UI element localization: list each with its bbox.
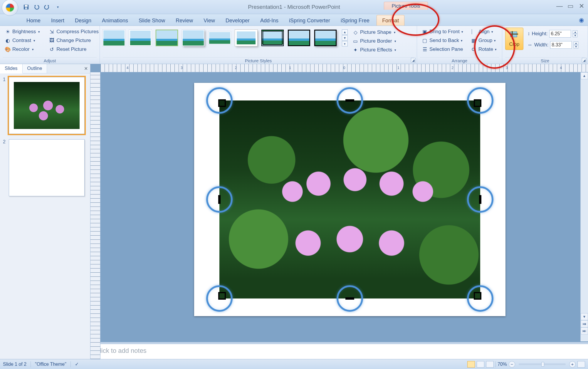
width-label: Width:: [534, 42, 548, 48]
width-spin-down[interactable]: ▼: [574, 45, 578, 48]
picture-style-9[interactable]: [314, 30, 337, 46]
picture-style-7[interactable]: [261, 30, 284, 46]
crop-label: Crop: [509, 42, 520, 47]
picture-shape-button[interactable]: ◇Picture Shape▾: [351, 28, 398, 36]
scroll-up-button[interactable]: ▲: [581, 72, 588, 79]
notes-pane[interactable]: Click to add notes: [90, 344, 588, 359]
crop-handle-top[interactable]: [345, 99, 354, 102]
height-spin-down[interactable]: ▼: [573, 34, 577, 37]
picture-style-2[interactable]: [129, 30, 152, 46]
picture-tools-label: Picture Tools: [384, 2, 428, 10]
horizontal-ruler[interactable]: 432101234: [100, 64, 588, 72]
crop-handle-left[interactable]: [218, 195, 221, 204]
title-bar: ▾ Presentation1 - Microsoft PowerPoint P…: [0, 0, 588, 14]
slide-thumbnail-1[interactable]: [9, 77, 85, 134]
crop-handle-top-right[interactable]: [474, 99, 481, 107]
zoom-percent[interactable]: 70%: [498, 362, 507, 367]
view-slideshow-button[interactable]: [486, 361, 494, 368]
tab-view[interactable]: View: [198, 15, 220, 26]
office-button[interactable]: [2, 0, 18, 16]
reset-picture-button[interactable]: ↺Reset Picture: [47, 45, 100, 53]
redo-button[interactable]: [43, 3, 51, 11]
crop-icon: [509, 31, 519, 41]
change-picture-label: Change Picture: [56, 38, 91, 43]
brightness-button[interactable]: ☀Brightness▾: [3, 28, 42, 36]
crop-button[interactable]: Crop: [505, 28, 523, 50]
recolor-label: Recolor: [12, 46, 30, 52]
close-button[interactable]: ✕: [579, 2, 584, 10]
picture-style-1[interactable]: [103, 30, 125, 46]
panel-tab-outline[interactable]: Outline: [23, 64, 47, 73]
undo-button[interactable]: [33, 3, 41, 11]
contrast-label: Contrast: [12, 38, 31, 43]
view-normal-button[interactable]: [467, 361, 475, 368]
picture-effects-button[interactable]: ✦Picture Effects▾: [351, 46, 398, 54]
selection-pane-button[interactable]: ☰Selection Pane: [420, 45, 465, 53]
size-dialog-launcher[interactable]: ◢: [582, 58, 587, 63]
help-button[interactable]: ◉: [579, 16, 584, 24]
picture-style-4[interactable]: [182, 30, 204, 46]
vertical-scrollbar[interactable]: ▲ ▼ ⏮ ⏭: [580, 72, 588, 341]
send-back-icon: ▢: [422, 38, 428, 43]
send-to-back-button[interactable]: ▢Send to Back▾: [420, 36, 465, 45]
width-input[interactable]: [550, 41, 572, 49]
styles-dialog-launcher[interactable]: ◢: [411, 58, 416, 63]
minimize-button[interactable]: —: [556, 2, 562, 10]
maximize-button[interactable]: ▭: [567, 2, 573, 10]
tab-design[interactable]: Design: [70, 15, 97, 26]
recolor-button[interactable]: 🎨Recolor▾: [3, 45, 42, 53]
view-sorter-button[interactable]: [477, 361, 484, 368]
gallery-scroll-up[interactable]: ▲: [342, 29, 348, 35]
tab-developer[interactable]: Developer: [220, 15, 255, 26]
panel-tab-slides[interactable]: Slides: [0, 64, 23, 73]
qat-customize-button[interactable]: ▾: [54, 3, 62, 11]
theme-name: "Office Theme": [35, 362, 66, 367]
picture-style-8[interactable]: [288, 30, 310, 46]
zoom-out-button[interactable]: −: [509, 361, 515, 368]
gallery-scroll-down[interactable]: ▼: [342, 35, 348, 41]
fit-to-window-button[interactable]: [577, 361, 585, 368]
compress-pictures-button[interactable]: ⇲Compress Pictures: [47, 28, 100, 36]
gallery-more-button[interactable]: ▾: [342, 41, 348, 46]
bring-to-front-button[interactable]: ▣Bring to Front▾: [420, 28, 465, 36]
tab-format[interactable]: Format: [377, 15, 404, 26]
height-input[interactable]: [549, 30, 571, 38]
tab-addins[interactable]: Add-Ins: [255, 15, 284, 26]
slide-thumbnail-2[interactable]: [9, 139, 85, 196]
picture-style-5[interactable]: [209, 31, 231, 44]
panel-close-button[interactable]: ✕: [84, 66, 88, 71]
crop-handle-bottom[interactable]: [345, 297, 354, 300]
crop-handle-bottom-right[interactable]: [474, 292, 481, 300]
height-spin-up[interactable]: ▲: [573, 30, 577, 34]
rotate-button[interactable]: ⟳Rotate▾: [469, 45, 498, 53]
change-picture-button[interactable]: 🖼Change Picture: [47, 36, 100, 45]
crop-handle-bottom-left[interactable]: [218, 292, 226, 300]
tab-ispring-free[interactable]: iSpring Free: [335, 15, 375, 26]
picture-styles-gallery[interactable]: ▲ ▼ ▾: [103, 28, 348, 48]
next-slide-button[interactable]: ⏭: [581, 327, 588, 334]
zoom-in-button[interactable]: +: [569, 361, 576, 368]
zoom-slider[interactable]: [519, 363, 566, 365]
picture-style-6[interactable]: [235, 30, 257, 46]
align-button[interactable]: ⎸Align▾: [469, 28, 498, 36]
width-spin-up[interactable]: ▲: [574, 41, 578, 45]
slide-canvas[interactable]: [194, 83, 505, 316]
scroll-down-button[interactable]: ▼: [581, 313, 588, 320]
tab-ispring-converter[interactable]: iSpring Converter: [284, 15, 335, 26]
tab-home[interactable]: Home: [21, 15, 46, 26]
selected-picture[interactable]: [219, 100, 480, 298]
crop-handle-top-left[interactable]: [218, 99, 226, 107]
picture-style-3[interactable]: [156, 30, 178, 46]
tab-insert[interactable]: Insert: [46, 15, 70, 26]
contrast-button[interactable]: ◐Contrast▾: [3, 36, 42, 45]
crop-handle-right[interactable]: [479, 195, 481, 204]
spellcheck-button[interactable]: ✓: [75, 361, 79, 367]
reset-icon: ↺: [49, 46, 55, 52]
group-button[interactable]: ▦Group▾: [469, 36, 498, 45]
save-button[interactable]: [22, 3, 30, 11]
tab-animations[interactable]: Animations: [97, 15, 133, 26]
prev-slide-button[interactable]: ⏮: [581, 320, 588, 327]
tab-slideshow[interactable]: Slide Show: [133, 15, 170, 26]
tab-review[interactable]: Review: [170, 15, 198, 26]
picture-border-button[interactable]: ▭Picture Border▾: [351, 37, 398, 45]
